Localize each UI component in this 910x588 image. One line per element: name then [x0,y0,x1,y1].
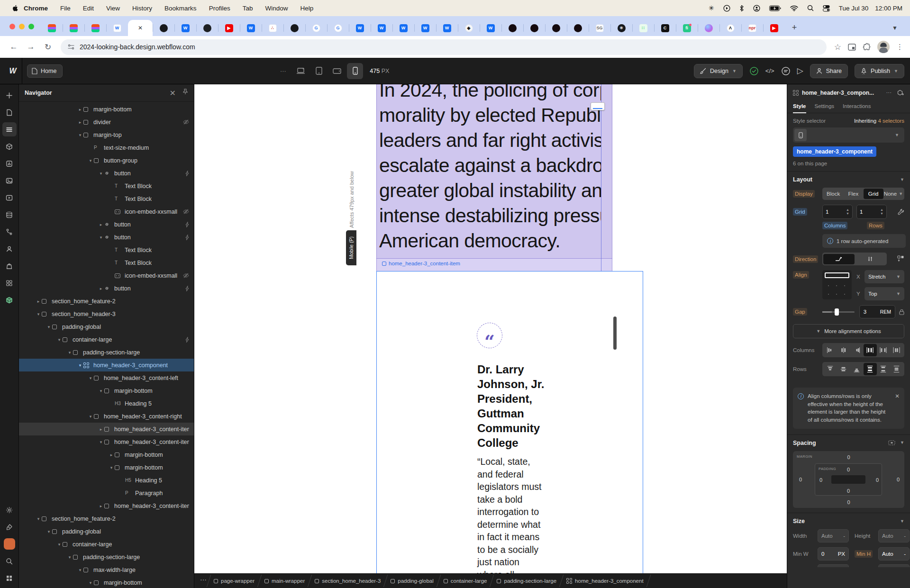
profile-avatar[interactable] [877,41,890,53]
width-input[interactable]: Auto- [818,529,849,543]
expand-toggle-icon[interactable]: ▾ [108,465,115,470]
navigator-row[interactable]: ▾home_header-3_content-item [19,435,194,448]
align-label[interactable]: Align [793,271,809,279]
columns-align-option-5[interactable] [890,344,903,356]
logic-icon[interactable] [2,225,17,239]
rows-align-option-3[interactable] [864,363,877,375]
close-window-button[interactable] [9,24,15,29]
navigator-close-icon[interactable]: ✕ [170,89,176,98]
c-app-tab[interactable]: C [654,20,676,36]
inherit-count[interactable]: 4 selectors [878,118,904,124]
grid-rows-stepper[interactable]: 1▲▼ [856,205,887,219]
navigator-row[interactable]: ▾padding-section-large [19,551,194,563]
navigator-row[interactable]: icon-embed-xxsmall [19,205,194,218]
navigator-row[interactable]: Ptext-size-medium [19,141,194,154]
navigator-row[interactable]: ▸button [19,218,194,231]
breakpoint-tablet-icon[interactable] [311,63,327,79]
bookmark-star-icon[interactable]: ☆ [834,42,841,52]
navigator-row[interactable]: ▾padding-global [19,320,194,333]
navigator-row[interactable]: ▾section_home_header-3 [19,308,194,320]
chrome-menu-icon[interactable]: ⋮ [896,43,903,51]
navigator-row[interactable]: ▾home_header-3_content-right [19,410,194,423]
expand-toggle-icon[interactable]: ▸ [98,427,104,432]
settings-icon[interactable] [2,503,17,517]
minimize-window-button[interactable] [19,24,25,29]
hero-heading-text[interactable]: In 2024, the policing of corpormorality … [379,84,601,253]
menu-item[interactable]: Profiles [209,5,230,12]
control-center-icon[interactable] [823,5,830,12]
expand-toggle-icon[interactable]: ▾ [66,350,73,355]
navigator-row[interactable]: ▸button [19,282,194,295]
class-tag[interactable]: home_header-3_component [793,146,876,157]
gap-value-input[interactable]: 3REM [859,305,895,318]
users-icon[interactable] [2,242,17,256]
navigator-row[interactable]: ▾padding-section-large [19,346,194,359]
battery-icon[interactable] [769,5,781,11]
expand-toggle-icon[interactable]: ▾ [46,529,52,534]
webflow-docs-tab[interactable]: W [106,20,128,36]
size-collapse-icon[interactable]: ▼ [900,519,904,524]
menu-item[interactable]: Bookmarks [164,5,197,12]
expand-toggle-icon[interactable]: ▾ [77,568,83,572]
breadcrumb-item[interactable]: padding-section-large [492,574,561,588]
expand-toggle-icon[interactable]: ▾ [66,555,73,560]
reload-button[interactable]: ↻ [41,40,55,54]
youtube-tab[interactable]: ▶ [763,20,785,36]
gap-lock-icon[interactable] [899,309,904,315]
navigator-row[interactable]: ▾button-group [19,154,194,167]
expand-toggle-icon[interactable]: ▾ [56,337,63,342]
apple-menu-icon[interactable] [11,4,19,12]
expand-toggle-icon[interactable]: ▸ [98,286,104,291]
gap-label[interactable]: Gap [793,308,807,316]
navigator-row[interactable]: TText Block [19,180,194,192]
expand-toggle-icon[interactable]: ▾ [98,171,104,176]
align-grid-picker[interactable] [822,270,852,299]
audio-tab[interactable]: ∴ [262,20,283,36]
navigator-row[interactable]: ▾margin-bottom [19,384,194,397]
navigator-row[interactable]: ▾home_header-3_component [19,359,194,371]
navigator-row[interactable]: ▸divider [19,116,194,128]
menu-item[interactable]: Chrome [24,5,48,12]
expand-toggle-icon[interactable]: ▸ [35,299,42,304]
user-circle-icon[interactable] [753,5,760,12]
create-component-icon[interactable] [897,90,904,96]
menu-item[interactable]: Window [265,5,288,12]
navigator-row[interactable]: ▾padding-global [19,525,194,538]
padding-top-value[interactable]: 0 [847,467,850,472]
direction-column-icon[interactable] [855,253,886,264]
extensions-puzzle-icon[interactable] [863,43,871,51]
side-panel-icon[interactable] [848,43,856,51]
rows-align-option-5[interactable] [890,363,903,375]
mobile-breakpoint-tab[interactable]: Mobile (P) [346,230,356,265]
columns-align-option-3[interactable] [864,344,877,356]
mode-dropdown[interactable]: Design▼ [694,64,743,78]
cms-icon[interactable] [2,208,17,222]
dark-site-tab[interactable] [153,20,174,36]
navigator-row[interactable]: ▾section_home_feature-2 [19,512,194,525]
breakpoint-width[interactable]: 475 PX [370,68,389,74]
dark-pattern-tab[interactable]: ✳ [610,20,632,36]
page-selector-button[interactable]: Home [27,64,63,78]
expand-toggle-icon[interactable]: ▾ [98,389,104,393]
figma-tab[interactable] [84,20,106,36]
menu-item[interactable]: History [132,5,152,12]
menu-item[interactable]: Tab [243,5,253,12]
gradient-tab[interactable] [698,20,719,36]
navigator-row[interactable]: H5Heading 5 [19,474,194,487]
diamond-tab[interactable]: ◈ [458,20,480,36]
rows-align-option-4[interactable] [877,363,890,375]
tab-interactions[interactable]: Interactions [843,100,871,113]
breadcrumb-item[interactable]: main-wrapper [260,574,309,588]
variables-icon[interactable] [2,156,17,171]
media-icon[interactable] [2,190,17,205]
navigator-row[interactable]: PParagraph [19,487,194,499]
quote-card[interactable]: “ Dr. LarryJohnson, Jr.President,Guttman… [376,271,643,573]
navigator-row[interactable]: ▾margin-bottom [19,576,194,588]
menubar-date[interactable]: Tue Jul 30 [839,5,869,12]
menu-item[interactable]: Help [300,5,313,12]
align-y-dropdown[interactable]: Top▼ [864,287,904,300]
more-alignment-options-button[interactable]: ▼More alignment options [793,324,904,338]
navigator-row[interactable]: ▾margin-bottom [19,461,194,474]
apps-icon[interactable] [2,276,17,290]
menu-item[interactable]: View [106,5,120,12]
